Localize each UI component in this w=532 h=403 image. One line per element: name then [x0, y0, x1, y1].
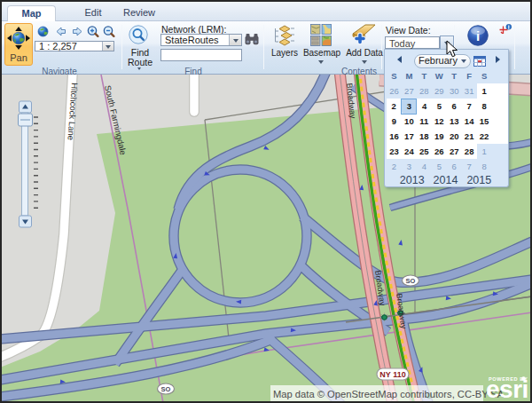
- svg-text:SO: SO: [406, 277, 416, 285]
- svg-text:SO: SO: [161, 385, 171, 393]
- svg-text:Map data © OpenStreetMap contr: Map data © OpenStreetMap contributors, C…: [273, 389, 505, 399]
- svg-text:esri: esri: [486, 375, 528, 401]
- svg-text:NY 110: NY 110: [379, 370, 405, 379]
- svg-text:i: i: [476, 28, 480, 43]
